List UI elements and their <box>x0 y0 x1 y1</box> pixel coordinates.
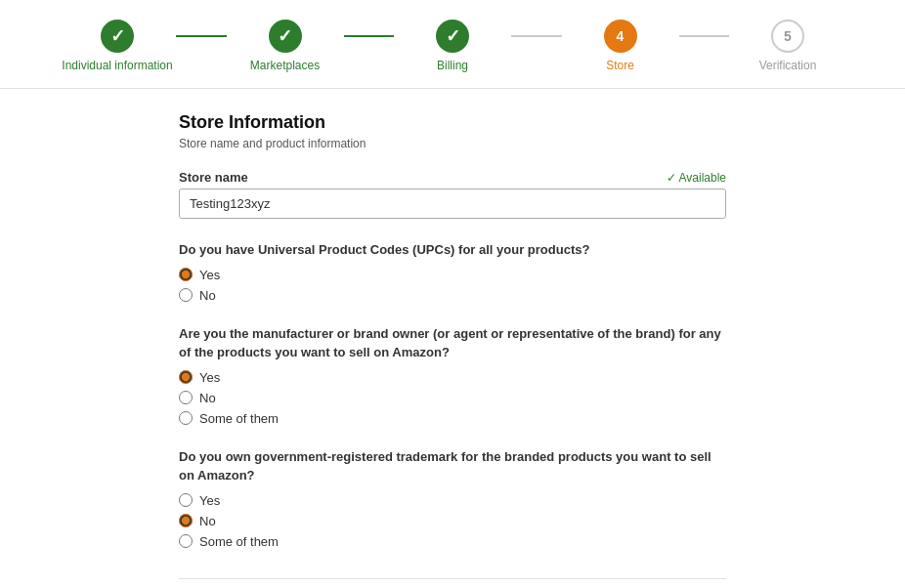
q2-some-option[interactable]: Some of them <box>179 411 726 426</box>
question-2-text: Are you the manufacturer or brand owner … <box>179 324 726 362</box>
q3-some-option[interactable]: Some of them <box>179 534 726 549</box>
q3-yes-label: Yes <box>199 493 220 508</box>
q3-no-label: No <box>199 514 216 528</box>
connector-2-3 <box>344 35 395 37</box>
q2-some-radio[interactable] <box>179 411 193 425</box>
store-name-label: Store name <box>179 170 248 185</box>
checkmark-icon-1: ✓ <box>110 25 125 47</box>
checkmark-icon-2: ✓ <box>278 25 292 47</box>
checkmark-available-icon: ✓ <box>667 171 676 185</box>
footer-divider <box>179 578 726 579</box>
q2-yes-option[interactable]: Yes <box>179 370 726 385</box>
step-circle-3: ✓ <box>436 20 469 53</box>
step-circle-1: ✓ <box>101 20 134 53</box>
q2-yes-label: Yes <box>199 370 220 385</box>
available-badge: ✓ Available <box>667 171 726 185</box>
q1-yes-radio[interactable] <box>179 268 193 281</box>
store-name-input[interactable] <box>179 189 726 219</box>
step-label-4: Store <box>606 59 634 72</box>
step-circle-5: 5 <box>771 20 804 53</box>
question-1-text: Do you have Universal Product Codes (UPC… <box>179 240 726 260</box>
section-title: Store Information <box>179 112 726 133</box>
q1-yes-label: Yes <box>199 268 220 282</box>
q3-yes-option[interactable]: Yes <box>179 493 726 508</box>
q2-no-radio[interactable] <box>179 391 193 404</box>
store-name-label-row: Store name ✓ Available <box>179 170 726 185</box>
q3-some-label: Some of them <box>199 534 279 549</box>
step-label-2: Marketplaces <box>250 59 320 72</box>
connector-3-4 <box>511 35 562 37</box>
q1-no-label: No <box>199 288 216 303</box>
q3-some-radio[interactable] <box>179 534 193 548</box>
step-circle-2: ✓ <box>269 20 302 53</box>
q2-some-label: Some of them <box>199 411 279 426</box>
step-label-1: Individual information <box>62 59 172 72</box>
q2-no-label: No <box>199 391 216 405</box>
step-individual-information: ✓ Individual information <box>59 20 176 72</box>
connector-1-2 <box>176 35 227 37</box>
step-marketplaces: ✓ Marketplaces <box>227 20 344 72</box>
question-3-text: Do you own government-registered tradema… <box>179 447 726 485</box>
q3-yes-radio[interactable] <box>179 493 193 507</box>
q2-yes-radio[interactable] <box>179 370 193 384</box>
main-content: Store Information Store name and product… <box>179 89 726 588</box>
available-text: Available <box>679 171 726 185</box>
step-circle-4: 4 <box>604 20 637 53</box>
q2-no-option[interactable]: No <box>179 391 726 405</box>
step-number-4: 4 <box>617 28 625 44</box>
checkmark-icon-3: ✓ <box>446 25 460 47</box>
q1-no-radio[interactable] <box>179 288 193 302</box>
step-billing: ✓ Billing <box>394 20 511 72</box>
step-label-3: Billing <box>437 59 468 72</box>
step-label-5: Verification <box>759 59 817 72</box>
section-subtitle: Store name and product information <box>179 137 726 150</box>
connector-4-5 <box>679 35 730 37</box>
q1-no-option[interactable]: No <box>179 288 726 303</box>
step-store: 4 Store <box>562 20 679 72</box>
q1-yes-option[interactable]: Yes <box>179 268 726 282</box>
question-1-section: Do you have Universal Product Codes (UPC… <box>179 240 726 303</box>
q3-no-option[interactable]: No <box>179 514 726 528</box>
question-3-section: Do you own government-registered tradema… <box>179 447 726 549</box>
progress-bar: ✓ Individual information ✓ Marketplaces … <box>0 0 905 89</box>
question-2-section: Are you the manufacturer or brand owner … <box>179 324 726 426</box>
step-verification: 5 Verification <box>729 20 846 72</box>
step-number-5: 5 <box>784 28 792 44</box>
q3-no-radio[interactable] <box>179 514 193 527</box>
